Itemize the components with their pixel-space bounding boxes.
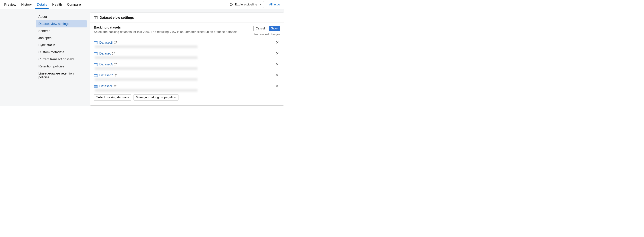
settings-panel: Dataset view settings Backing datasets S… [90, 12, 284, 106]
remove-dataset-button[interactable]: ✕ [274, 84, 280, 88]
branch-icon[interactable] [114, 63, 117, 66]
table-icon [94, 16, 98, 19]
sidebar-item[interactable]: Dataset view settings [36, 20, 87, 27]
sidebar-item-label: Retention policies [38, 64, 64, 68]
tab-label: History [21, 2, 32, 6]
dataset-icon [94, 52, 98, 55]
svg-point-14 [116, 42, 117, 42]
chevron-down-icon [259, 3, 262, 6]
manage-marking-propagation-button[interactable]: Manage marking propagation [134, 94, 178, 100]
branch-icon[interactable] [114, 74, 117, 77]
tab-history[interactable]: History [19, 0, 34, 9]
tab-compare[interactable]: Compare [64, 0, 83, 9]
dataset-row: DatasetC ✕ [94, 71, 280, 78]
branch-icon[interactable] [112, 52, 115, 55]
remove-dataset-button[interactable]: ✕ [274, 62, 280, 67]
svg-rect-8 [94, 41, 98, 42]
branch-icon[interactable] [114, 41, 117, 44]
svg-point-23 [112, 54, 113, 54]
all-actions-label: All actio [269, 3, 280, 6]
select-backing-datasets-button[interactable]: Select backing datasets [94, 94, 131, 100]
svg-rect-0 [230, 3, 231, 4]
dataset-name-link[interactable]: DatasetC [99, 73, 113, 77]
panel-header: Dataset view settings [90, 13, 284, 23]
sidebar-item-label: Job spec [38, 36, 52, 40]
sidebar-item-label: Sync status [38, 43, 55, 47]
dataset-path-redacted [95, 45, 198, 48]
dataset-row: Dataset ✕ [94, 50, 280, 56]
svg-rect-1 [230, 5, 231, 6]
dataset-row: DatasetA ✕ [94, 60, 280, 67]
sidebar-item[interactable]: Lineage-aware retention policies [36, 70, 87, 81]
svg-rect-6 [94, 16, 98, 17]
unsaved-status: No unsaved changes [254, 33, 280, 36]
sidebar-item-label: Dataset view settings [38, 22, 69, 26]
svg-rect-18 [94, 52, 98, 53]
details-sidebar: AboutDataset view settingsSchemaJob spec… [36, 12, 87, 106]
sidebar-item-label: About [38, 15, 47, 18]
save-button[interactable]: Save [269, 26, 280, 31]
tab-health[interactable]: Health [50, 0, 64, 9]
dataset-icon [94, 85, 98, 88]
tab-label: Preview [4, 2, 16, 6]
content-area: AboutDataset view settingsSchemaJob spec… [0, 9, 284, 106]
svg-rect-38 [94, 74, 98, 75]
remove-dataset-button[interactable]: ✕ [274, 51, 280, 56]
tab-details[interactable]: Details [34, 0, 50, 9]
svg-point-44 [116, 74, 117, 75]
dataset-icon [94, 41, 98, 44]
dataset-row: DatasetB ✕ [94, 39, 280, 45]
svg-rect-28 [94, 63, 98, 64]
sidebar-item[interactable]: Schema [36, 27, 87, 34]
sidebar-item[interactable]: Sync status [36, 42, 87, 49]
remove-dataset-button[interactable]: ✕ [274, 73, 280, 78]
tab-label: Health [52, 2, 62, 6]
branch-icon[interactable] [114, 85, 117, 88]
explore-pipeline-button[interactable]: Explore pipeline [228, 1, 264, 8]
dataset-name-link[interactable]: Dataset [99, 52, 110, 55]
dataset-icon [94, 63, 98, 66]
sidebar-item[interactable]: About [36, 13, 87, 20]
sidebar-item-label: Lineage-aware retention policies [38, 72, 74, 79]
sidebar-item[interactable]: Current transaction view [36, 56, 87, 63]
svg-point-33 [114, 65, 115, 65]
svg-rect-2 [232, 4, 234, 5]
svg-point-43 [115, 76, 116, 76]
sidebar-item[interactable]: Custom metadata [36, 49, 87, 56]
svg-point-24 [114, 52, 114, 53]
dataset-name-link[interactable]: DatasetA [99, 62, 113, 66]
svg-point-13 [114, 43, 115, 44]
top-tab-bar: PreviewHistoryDetailsHealthCompare Explo… [0, 0, 284, 9]
remove-dataset-button[interactable]: ✕ [274, 40, 280, 45]
section-desc: Select the backing datasets for this Vie… [94, 30, 254, 34]
dataset-path-redacted [95, 56, 198, 59]
tab-label: Compare [67, 2, 81, 6]
svg-point-34 [116, 63, 117, 64]
sidebar-item[interactable]: Retention policies [36, 63, 87, 70]
all-actions-button[interactable]: All actio [266, 1, 282, 8]
pipeline-icon [230, 3, 234, 6]
dataset-name-link[interactable]: DatasetX [99, 84, 113, 88]
sidebar-item-label: Custom metadata [38, 50, 64, 54]
tab-label: Details [37, 2, 47, 6]
dataset-path-redacted [95, 89, 198, 92]
sidebar-item-label: Schema [38, 29, 50, 33]
sidebar-item-label: Current transaction view [38, 57, 74, 61]
svg-rect-48 [94, 85, 98, 86]
svg-point-53 [114, 86, 115, 87]
sidebar-item[interactable]: Job spec [36, 34, 87, 42]
dataset-path-redacted [95, 67, 198, 70]
dataset-row: DatasetX ✕ [94, 82, 280, 89]
tab-preview[interactable]: Preview [2, 0, 19, 9]
cancel-button[interactable]: Cancel [254, 26, 267, 31]
dataset-icon [94, 74, 98, 77]
explore-pipeline-label: Explore pipeline [235, 3, 257, 6]
dataset-name-link[interactable]: DatasetB [99, 41, 113, 44]
svg-point-54 [116, 85, 117, 86]
dataset-path-redacted [95, 78, 198, 81]
panel-title: Dataset view settings [100, 16, 134, 20]
dataset-list: DatasetB ✕ Dataset ✕ [94, 39, 280, 92]
section-title: Backing datasets [94, 26, 254, 29]
